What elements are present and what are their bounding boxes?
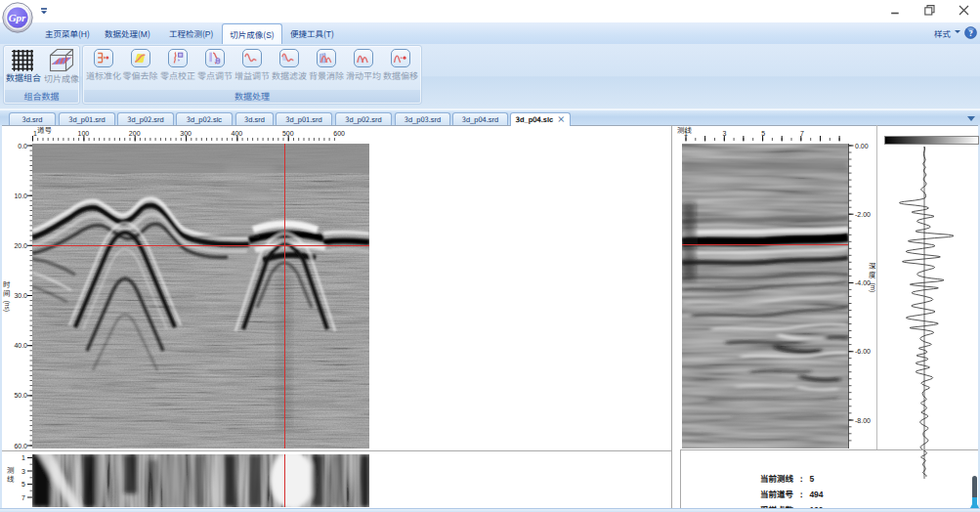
document-tab-7[interactable]: 3d_p03.srd xyxy=(395,112,450,126)
document-tab-5[interactable]: 3d_p01.srd xyxy=(276,112,332,126)
right-splitter-horizontal xyxy=(680,449,978,450)
panel-splitter-vertical[interactable] xyxy=(671,125,672,508)
scroll-indicator[interactable] xyxy=(965,475,980,512)
ribbon-button-label: 滑动平均 xyxy=(345,71,382,81)
section-y-tick-label: -4.00 xyxy=(855,279,878,286)
info-separator: : xyxy=(793,488,809,499)
slice-y-tick-label: 5 xyxy=(6,481,25,488)
document-tab-8[interactable]: 3d_p04.srd xyxy=(452,112,508,126)
section-image[interactable] xyxy=(682,144,848,448)
ribbon-button-label: 数据偏移 xyxy=(382,71,419,81)
ribbon-button-trace-normalize[interactable] xyxy=(94,49,113,67)
style-menu-label: 样式 xyxy=(934,27,951,39)
main-x-ruler xyxy=(32,127,370,143)
ribbon-button-label: 道标准化 xyxy=(85,71,122,81)
close-button[interactable] xyxy=(958,4,970,17)
restore-button[interactable] xyxy=(923,4,936,17)
document-tab-2[interactable]: 3d_p02.srd xyxy=(117,112,174,126)
grid-icon xyxy=(12,49,35,71)
info-row: 当前道号:494 xyxy=(760,488,824,499)
info-value: 5 xyxy=(809,474,814,484)
document-tab-4[interactable]: 3d.srd xyxy=(235,112,274,126)
menu-tab-0[interactable]: 主页菜单(H) xyxy=(45,22,90,44)
document-tab-label: 3d.srd xyxy=(244,113,265,124)
crosshair-horizontal-main[interactable] xyxy=(32,245,369,246)
menu-tab-3[interactable]: 切片成像(S) xyxy=(222,23,282,44)
document-tab-9[interactable]: 3d_p04.slc× xyxy=(510,112,571,126)
crosshair-vertical-slice[interactable] xyxy=(284,454,285,507)
data-offset-icon xyxy=(392,50,409,65)
document-tab-3[interactable]: 3d_p02.slc xyxy=(176,112,233,126)
main-bscan-image[interactable] xyxy=(32,144,369,448)
menu-tab-2[interactable]: 工程检测(P) xyxy=(169,22,213,44)
cube-slice-icon xyxy=(49,48,74,72)
ribbon-button-sliding-average[interactable] xyxy=(354,49,373,67)
app-window: Gpr 主页菜单(H) 数据处理(M) 工程检测(P) 切片成像(S) 便捷工具… xyxy=(0,0,980,512)
ribbon-button-label: 零点调节 xyxy=(196,71,234,81)
ribbon-button-zero-point-adjust[interactable] xyxy=(205,49,225,67)
slice-plan-image[interactable] xyxy=(32,454,369,507)
slice-y-tick-label: 7 xyxy=(6,494,25,501)
menu-tab-1[interactable]: 数据处理(M) xyxy=(105,22,150,44)
document-tab-label: 3d_p01.srd xyxy=(285,113,322,124)
svg-text:?: ? xyxy=(968,28,972,38)
ribbon-button-data-offset[interactable] xyxy=(391,49,410,67)
grayscale-colorbar xyxy=(884,136,979,145)
info-row: 当前测线:5 xyxy=(760,472,814,484)
ribbon-button-label: 数据组合 xyxy=(4,73,43,83)
tab-close-icon[interactable]: × xyxy=(557,113,565,124)
quick-access-dropdown-icon[interactable] xyxy=(40,7,48,15)
background-remove-icon xyxy=(318,50,335,65)
style-caret-icon xyxy=(955,30,960,36)
document-tab-label: 3d_p01.srd xyxy=(68,113,106,124)
info-value: 494 xyxy=(809,490,823,499)
document-tab-label: 3d_p02.srd xyxy=(345,113,382,124)
document-tab-1[interactable]: 3d_p01.srd xyxy=(59,112,115,126)
section-x-ruler xyxy=(682,127,850,143)
ribbon-button-slice-imaging[interactable]: 切片成像 xyxy=(42,47,81,91)
minimize-button[interactable] xyxy=(889,4,902,17)
menu-tab-4[interactable]: 便捷工具(T) xyxy=(290,22,334,44)
document-tab-label: 3d_p04.slc xyxy=(516,113,553,124)
ribbon-button-data-combine[interactable]: 数据组合 xyxy=(4,47,43,91)
section-y-tick-label: -2.00 xyxy=(855,211,878,218)
document-tab-label: 3d.srd xyxy=(22,113,43,124)
panel-splitter-horizontal[interactable] xyxy=(2,450,671,451)
style-menu[interactable]: 样式 xyxy=(934,22,960,44)
ribbon-group-label: 数据处理 xyxy=(84,90,420,103)
section-y-tick-label: -6.00 xyxy=(855,348,878,355)
ribbon: 数据组合 切片成像 组合数据 道标准化 零偏去除 零点校正 零点调节 增益调节 … xyxy=(0,44,980,109)
section-y-tick-label: 0.00 xyxy=(855,143,878,149)
ribbon-button-zero-offset-remove[interactable] xyxy=(131,49,150,67)
ribbon-group-label: 组合数据 xyxy=(5,90,78,103)
section-y-axis-ticks xyxy=(848,125,856,508)
slice-y-tick-label: 1 xyxy=(6,454,25,461)
axis-title-text: 深度 xyxy=(869,262,876,278)
ribbon-button-label: 零偏去除 xyxy=(122,71,159,81)
status-strip xyxy=(0,508,980,512)
document-tab-label: 3d_p04.srd xyxy=(462,113,499,124)
crosshair-horizontal-section[interactable] xyxy=(682,244,848,245)
document-tab-label: 3d_p03.srd xyxy=(405,113,442,124)
app-logo[interactable]: Gpr xyxy=(2,2,33,33)
slice-y-tick-label: 3 xyxy=(6,468,25,475)
zero-point-adjust-icon xyxy=(206,50,224,65)
tab-list-dropdown-icon[interactable] xyxy=(967,116,975,125)
help-button[interactable]: ? xyxy=(964,26,977,39)
document-tab-bar: 3d.srd 3d_p01.srd 3d_p02.srd 3d_p02.slc … xyxy=(0,109,980,125)
ribbon-group-combine: 数据组合 切片成像 组合数据 xyxy=(3,45,80,105)
zero-offset-remove-icon xyxy=(132,50,149,65)
ribbon-button-label: 背景消除 xyxy=(308,71,345,81)
zero-point-correct-icon xyxy=(169,50,187,65)
data-filter-icon xyxy=(280,50,298,65)
crosshair-vertical-main[interactable] xyxy=(284,144,285,448)
ribbon-button-data-filter[interactable] xyxy=(279,49,299,67)
ribbon-button-gain-adjust[interactable] xyxy=(242,49,262,67)
ribbon-button-zero-point-correct[interactable] xyxy=(168,49,188,67)
document-tab-label: 3d_p02.srd xyxy=(127,113,164,124)
ribbon-button-background-remove[interactable] xyxy=(317,49,336,67)
section-y-tick-label: -8.00 xyxy=(855,417,878,424)
document-tab-6[interactable]: 3d_p02.srd xyxy=(335,112,392,126)
info-panel-border xyxy=(680,449,681,508)
title-bar: Gpr xyxy=(0,0,980,22)
